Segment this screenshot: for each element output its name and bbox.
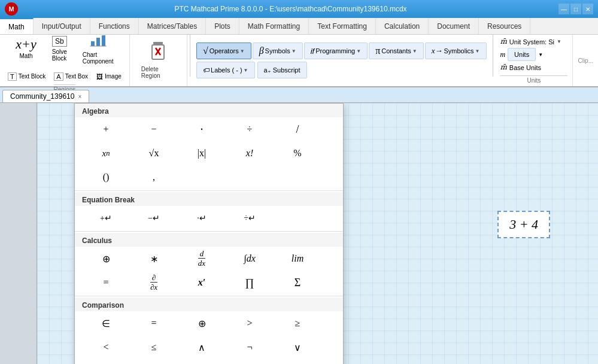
solve-block-btn[interactable]: Sb SolveBlock xyxy=(45,32,74,66)
op-circplus[interactable]: ⊕ xyxy=(82,249,130,268)
tab-calculation[interactable]: Calculation xyxy=(376,18,429,34)
subscript-btn[interactable]: a₊ Subscript xyxy=(257,62,307,78)
unit-system-icon: m̄ xyxy=(500,37,506,46)
operators-btn[interactable]: √ Operators ▼ xyxy=(196,43,251,59)
labels-dropdown-arrow: ▼ xyxy=(244,68,248,73)
operators-label: Operators xyxy=(210,47,239,54)
op-limit[interactable]: lim xyxy=(274,249,321,268)
op-not[interactable]: ¬ xyxy=(226,338,274,357)
op-deriv[interactable]: d dx xyxy=(178,249,226,268)
ribbon-content: x+y Math Sb SolveBlock xyxy=(0,35,598,87)
op-lte[interactable]: ≤ xyxy=(130,338,178,357)
op-integral[interactable]: ∫dx xyxy=(226,249,274,268)
tab-text-formatting[interactable]: Text Formatting xyxy=(309,18,376,34)
comparison-row-2: < ≤ ∧ ¬ ∨ xyxy=(75,335,343,359)
op-plus[interactable]: + xyxy=(82,120,130,139)
operators-dropdown-arrow: ▼ xyxy=(240,48,245,54)
op-and[interactable]: ∧ xyxy=(178,338,226,357)
comparison-row-3: ≠ xyxy=(75,359,343,364)
maximize-btn[interactable]: □ xyxy=(570,4,581,14)
math-icon: x+y xyxy=(16,38,36,51)
symbolics-btn[interactable]: x→ Symbolics ▼ xyxy=(425,43,487,59)
symbols-btn[interactable]: β Symbols ▼ xyxy=(253,43,303,59)
op-abs[interactable]: |x| xyxy=(178,144,226,163)
labels-btn[interactable]: 🏷 Labels ( - ) ▼ xyxy=(196,62,255,78)
close-btn[interactable]: ✕ xyxy=(582,4,593,14)
algebra-row-1: + − · ÷ / xyxy=(75,117,343,141)
tab-matrices-tables[interactable]: Matrices/Tables xyxy=(139,18,206,34)
constants-icon: π xyxy=(375,46,380,56)
op-star[interactable]: ∗ xyxy=(130,249,178,268)
calculus-row-2: = ∂ ∂x x′ ∏ Σ xyxy=(75,271,343,295)
op-comma[interactable]: , xyxy=(130,168,178,187)
op-percent[interactable]: % xyxy=(274,144,321,163)
labels-label: Labels ( - ) xyxy=(211,66,242,74)
image-label: Image xyxy=(105,73,122,80)
op-partial[interactable]: ∂ ∂x xyxy=(130,273,178,292)
op-div[interactable]: ÷ xyxy=(226,120,274,139)
op-element[interactable]: ∈ xyxy=(82,314,130,333)
constants-dropdown-arrow: ▼ xyxy=(412,48,417,54)
op-minus[interactable]: − xyxy=(130,120,178,139)
chart-component-btn[interactable]: ChartComponent xyxy=(76,29,120,69)
op-break-dot[interactable]: ·↵ xyxy=(178,208,226,228)
sidebar xyxy=(0,103,37,364)
op-greater[interactable]: > xyxy=(226,314,274,333)
op-neq[interactable]: ≠ xyxy=(82,362,130,364)
title-bar: M PTC Mathcad Prime 8.0.0.0 - E:\users\m… xyxy=(0,0,598,18)
doc-tab-close[interactable]: × xyxy=(78,93,81,100)
tab-resources[interactable]: Resources xyxy=(479,18,530,34)
op-or[interactable]: ∨ xyxy=(274,338,321,357)
tab-math-formatting[interactable]: Math Formatting xyxy=(239,18,309,34)
text-block-btn[interactable]: T Text Block xyxy=(5,71,48,83)
delete-region-btn[interactable]: Delete Region xyxy=(136,39,181,82)
op-sqrt[interactable]: √x xyxy=(130,144,178,163)
text-box-btn[interactable]: A Text Box xyxy=(51,71,91,83)
minimize-btn[interactable]: — xyxy=(558,4,569,14)
unit-system-arrow: ▼ xyxy=(557,39,561,44)
op-factorial[interactable]: x! xyxy=(226,144,274,163)
title-bar-text: PTC Mathcad Prime 8.0.0.0 - E:\users\mat… xyxy=(23,5,558,13)
algebra-row-3: () , xyxy=(75,165,343,189)
title-bar-buttons[interactable]: — □ ✕ xyxy=(558,4,593,14)
op-frac[interactable]: / xyxy=(274,120,321,139)
comparison-row-1: ∈ = ⊕ > ≥ xyxy=(75,311,343,335)
tab-document[interactable]: Document xyxy=(429,18,479,34)
text-box-label: Text Box xyxy=(65,73,88,80)
doc-tab-community[interactable]: Community_139610 × xyxy=(2,90,89,102)
canvas[interactable]: 3 + 4 Algebra + − · ÷ / xn √x |x| x! % (… xyxy=(37,103,598,364)
math-expression[interactable]: 3 + 4 xyxy=(497,211,550,238)
image-icon: 🖼 xyxy=(96,73,103,80)
tab-plots[interactable]: Plots xyxy=(206,18,239,34)
programming-btn[interactable]: if Programming ▼ xyxy=(304,43,368,59)
op-break-minus[interactable]: −↵ xyxy=(130,208,178,228)
op-less[interactable]: < xyxy=(82,338,130,357)
op-xor[interactable]: ⊕ xyxy=(178,314,226,333)
math-btn[interactable]: x+y Math xyxy=(9,34,43,63)
op-break-plus[interactable]: +↵ xyxy=(82,208,130,228)
symbols-icon: β xyxy=(259,46,264,56)
op-prime[interactable]: x′ xyxy=(178,273,226,292)
eq-break-row: +↵ −↵ ·↵ ÷↵ xyxy=(75,206,343,230)
op-product[interactable]: ∏ xyxy=(226,273,274,292)
op-power[interactable]: xn xyxy=(82,144,130,163)
op-eq-calc[interactable]: = xyxy=(82,273,130,292)
symbolics-label: Symbolics xyxy=(444,47,473,54)
units-btn[interactable]: Units xyxy=(508,48,536,61)
op-eq-comp[interactable]: = xyxy=(130,314,178,333)
constants-btn[interactable]: π Constants ▼ xyxy=(369,43,424,59)
chart-label: ChartComponent xyxy=(83,51,114,65)
op-gte[interactable]: ≥ xyxy=(274,314,321,333)
op-parens[interactable]: () xyxy=(82,168,130,187)
algebra-row-2: xn √x |x| x! % xyxy=(75,141,343,165)
divider-2 xyxy=(75,231,343,232)
calculus-header: Calculus xyxy=(75,233,343,247)
delete-region-group: Delete Region xyxy=(130,35,187,86)
op-sum[interactable]: Σ xyxy=(274,273,321,292)
unit-system-label: Unit System: Si xyxy=(509,38,554,46)
op-dot[interactable]: · xyxy=(178,120,226,139)
subscript-label: a₊ Subscript xyxy=(264,66,300,74)
image-btn[interactable]: 🖼 Image xyxy=(93,71,125,83)
op-break-div[interactable]: ÷↵ xyxy=(226,208,274,228)
text-box-icon: A xyxy=(54,72,63,81)
